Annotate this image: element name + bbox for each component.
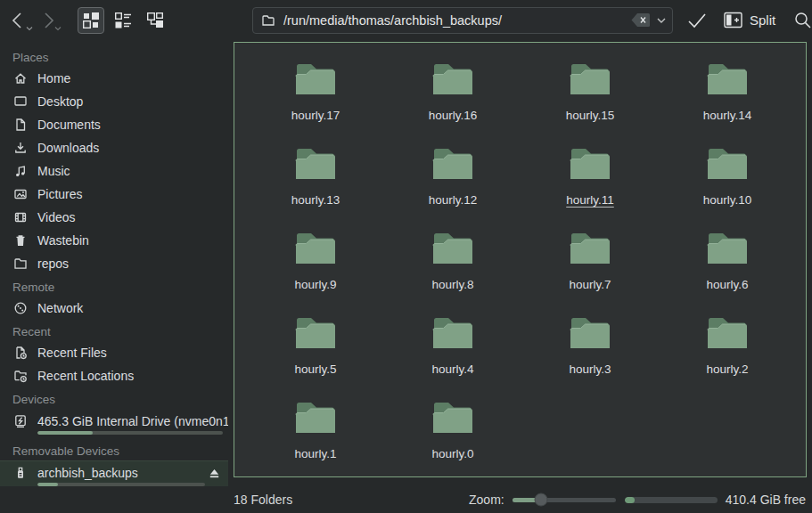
sidebar-item-label: Desktop [37,94,83,109]
folder-label: hourly.10 [703,193,752,208]
folder-item[interactable]: hourly.11 [521,137,659,222]
folder-label: hourly.15 [566,109,615,123]
sidebar-item-label: Music [37,164,70,178]
folder-label: hourly.4 [431,362,473,377]
internal-drive-icon [12,413,28,428]
sidebar-item-label: Recent Files [37,346,107,360]
folder-icon [431,314,474,352]
folder-label: hourly.5 [294,362,336,377]
recent-locations-icon [12,369,28,384]
folder-icon [294,399,337,436]
folder-item[interactable]: hourly.17 [247,53,384,137]
sidebar-item-music[interactable]: Music [0,159,228,183]
folder-label: hourly.16 [429,109,478,123]
folder-item[interactable]: hourly.3 [521,306,659,391]
folder-item[interactable]: hourly.9 [247,222,384,306]
folder-item[interactable]: hourly.2 [659,306,796,391]
folder-item[interactable]: hourly.4 [384,306,521,391]
folder-label: hourly.14 [703,109,752,123]
folder-item[interactable]: hourly.12 [384,137,521,222]
folder-label: hourly.8 [431,278,473,292]
sidebar-item-archbish-backups[interactable]: archbish_backups [0,460,228,486]
videos-icon [12,210,28,225]
sidebar-item-downloads[interactable]: Downloads [0,136,228,159]
usb-drive-icon [12,465,28,480]
details-view-icon [112,10,134,31]
folder-icon [706,230,749,267]
folder-label: hourly.17 [291,109,340,123]
folder-item[interactable]: hourly.0 [384,391,521,476]
sidebar-item-recent-files[interactable]: Recent Files [0,341,228,364]
clear-location-icon[interactable] [630,12,651,28]
folder-item[interactable]: hourly.14 [659,53,796,137]
sidebar-item-label: repos [37,256,69,271]
forward-button[interactable] [36,8,59,33]
capacity-bar [37,431,223,435]
section-header-removable-devices: Removable Devices [0,439,228,460]
sidebar-item-home[interactable]: Home [0,67,228,90]
capacity-bar [37,483,205,486]
folder-item[interactable]: hourly.6 [659,222,796,306]
items-count: 18 Folders [234,493,292,507]
section-header-remote: Remote [0,275,228,297]
folder-icon [431,145,474,183]
zoom-label: Zoom: [469,493,504,507]
sidebar-item-desktop[interactable]: Desktop [0,90,228,113]
sidebar-item-documents[interactable]: Documents [0,113,228,136]
split-view-icon [723,11,743,29]
folder-label: hourly.13 [291,193,340,208]
sidebar-item-repos[interactable]: repos [0,252,228,275]
downloads-icon [12,141,28,156]
sidebar-item-network[interactable]: Network [0,297,228,320]
folder-item[interactable]: hourly.7 [521,222,659,306]
folder-icon [569,314,611,352]
back-button[interactable] [7,8,30,33]
sidebar-item-recent-locations[interactable]: Recent Locations [0,364,228,387]
location-dropdown-icon[interactable] [656,17,667,24]
sidebar-item-label: Network [37,301,83,315]
location-bar[interactable]: /run/media/thomas/archbish_backups/ [252,7,673,34]
sidebar-item-label: Pictures [37,187,83,201]
section-header-places: Places [0,45,228,67]
folder-item[interactable]: hourly.15 [521,53,659,137]
folder-label: hourly.12 [429,193,478,208]
eject-button[interactable] [208,467,221,479]
view-mode-group [78,7,174,34]
folder-icon [294,145,337,183]
folder-item[interactable]: hourly.16 [384,53,521,137]
icons-view-button[interactable] [78,7,104,34]
folder-icon [569,230,611,267]
split-button[interactable]: Split [723,11,775,29]
search-button[interactable] [790,7,812,34]
search-icon [792,10,812,31]
sidebar-item-465-3-gib-internal-drive-nvme0n1[interactable]: 465.3 GiB Internal Drive (nvme0n1... [0,409,228,439]
folder-item[interactable]: hourly.1 [247,391,384,476]
sidebar-item-pictures[interactable]: Pictures [0,183,228,206]
zoom-slider-handle[interactable] [535,493,548,507]
sidebar-item-label: Recent Locations [37,369,134,383]
recent-files-icon [12,346,28,361]
tree-view-button[interactable] [142,7,168,34]
zoom-slider[interactable] [513,498,616,502]
folder-item[interactable]: hourly.8 [384,222,521,306]
sidebar-item-videos[interactable]: Videos [0,206,228,229]
wastebin-icon [12,233,28,248]
folder-label: hourly.7 [569,278,611,292]
folder-icon [706,61,749,98]
apply-location-button[interactable] [684,8,710,33]
free-space-label: 410.4 GiB free [726,493,806,507]
folder-item[interactable]: hourly.13 [247,137,384,222]
free-space-bar-fill [625,497,635,503]
network-icon [12,301,28,316]
file-manager-window: /run/media/thomas/archbish_backups/ [0,0,812,513]
folder-item[interactable]: hourly.5 [247,306,384,391]
folder-icon [261,13,275,28]
folder-item[interactable]: hourly.10 [659,137,796,222]
chevron-down-icon [54,26,62,31]
home-icon [12,71,28,86]
folder-icon [431,399,474,436]
icons-view-icon [80,10,102,31]
details-view-button[interactable] [110,7,136,34]
sidebar-item-wastebin[interactable]: Wastebin [0,229,228,252]
folder-icon [569,61,611,98]
